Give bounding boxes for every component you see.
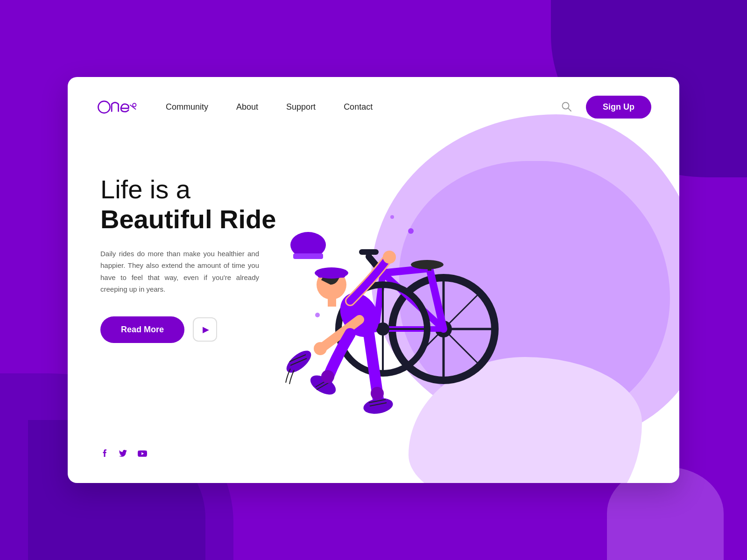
hero-title-light: Life is a bbox=[100, 175, 190, 204]
nav-about[interactable]: About bbox=[236, 102, 258, 112]
main-card: Community About Support Contact Sign Up … bbox=[68, 77, 679, 483]
nav-contact[interactable]: Contact bbox=[344, 102, 373, 112]
svg-point-45 bbox=[371, 387, 384, 400]
svg-point-37 bbox=[314, 342, 327, 355]
play-button[interactable] bbox=[193, 317, 217, 342]
svg-point-44 bbox=[321, 370, 334, 383]
hero-actions: Read More bbox=[100, 316, 292, 343]
svg-rect-34 bbox=[317, 271, 345, 278]
social-bar bbox=[100, 449, 147, 460]
svg-rect-35 bbox=[328, 297, 336, 307]
hero-section: Life is a Beautiful Ride Daily rides do … bbox=[68, 137, 320, 343]
youtube-icon[interactable] bbox=[138, 449, 147, 459]
hero-title: Life is a Beautiful Ride bbox=[100, 175, 292, 235]
svg-point-1 bbox=[133, 103, 136, 106]
navbar: Community About Support Contact Sign Up bbox=[68, 77, 679, 137]
nav-community[interactable]: Community bbox=[166, 102, 208, 112]
svg-line-3 bbox=[568, 108, 571, 111]
signup-button[interactable]: Sign Up bbox=[586, 96, 651, 119]
search-icon[interactable] bbox=[561, 101, 572, 114]
read-more-button[interactable]: Read More bbox=[100, 316, 184, 343]
svg-line-11 bbox=[444, 329, 480, 365]
logo-svg bbox=[96, 97, 138, 118]
nav-links: Community About Support Contact bbox=[166, 102, 373, 112]
svg-point-36 bbox=[383, 251, 396, 264]
hero-title-bold: Beautiful Ride bbox=[100, 204, 276, 234]
svg-line-12 bbox=[444, 293, 480, 329]
facebook-icon[interactable] bbox=[100, 449, 109, 460]
svg-point-29 bbox=[411, 260, 444, 269]
twitter-icon[interactable] bbox=[119, 449, 127, 460]
nav-support[interactable]: Support bbox=[286, 102, 316, 112]
svg-point-0 bbox=[98, 101, 110, 113]
svg-point-52 bbox=[390, 215, 394, 219]
nav-right: Sign Up bbox=[561, 96, 651, 119]
logo[interactable] bbox=[96, 97, 138, 118]
svg-point-51 bbox=[408, 228, 414, 234]
hero-description: Daily rides do more than make you health… bbox=[100, 248, 259, 295]
